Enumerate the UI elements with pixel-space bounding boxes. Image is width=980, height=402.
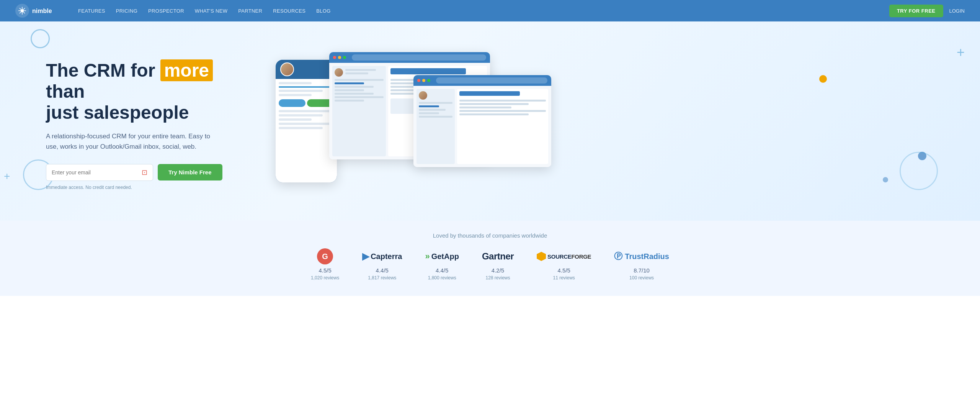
getapp-logo: » GetApp [425,249,459,263]
heading-before: The CRM for [46,60,160,80]
gartner-reviews: 128 reviews [485,275,510,281]
heading-after: thanjust salespeople [46,81,189,123]
phone-screenshot [276,60,337,182]
phone-buttons [279,99,334,107]
gartner-logo: Gartner [482,249,514,263]
browser-dot-2-green [427,79,430,82]
browser-bar [329,52,490,63]
g2-logo: G [317,249,333,263]
email-input[interactable] [52,169,139,176]
rating-capterra: ▶ Capterra 4.4/5 1,817 reviews [362,249,402,281]
form-note: Immediate access. No credit card needed. [46,185,253,190]
browser-dot-yellow [338,56,341,59]
phone-btn-1 [279,99,305,107]
sourceforge-logo: SOURCEFORGE [537,249,591,263]
nav-partner[interactable]: PARTNER [238,8,262,14]
gartner-text: Gartner [482,251,514,262]
nav-prospector[interactable]: PROSPECTOR [148,8,184,14]
browser-sidebar-2 [416,89,455,164]
nav-pricing[interactable]: PRICING [116,8,137,14]
capterra-reviews: 1,817 reviews [368,275,396,281]
rating-gartner: Gartner 4.2/5 128 reviews [482,249,514,281]
phone-line-8 [279,123,331,125]
nav-right: TRY FOR FREE LOGIN [889,5,965,17]
getapp-score: 4.4/5 [436,267,448,274]
phone-line-3 [279,90,323,92]
phone-line-1 [279,82,312,84]
phone-line-7 [279,118,312,121]
capterra-text: Capterra [371,252,402,261]
hero-section: + + The CRM for more thanjust salespeopl… [0,21,980,221]
capterra-logo: ▶ Capterra [362,249,402,263]
nav-login-button[interactable]: LOGIN [949,8,965,14]
deco-circle-tl [31,29,50,48]
browser-dot-2-yellow [422,79,425,82]
browser-screenshot-secondary [413,75,551,167]
hero-heading: The CRM for more thanjust salespeople [46,60,253,123]
g2-score: 4.5/5 [318,267,331,274]
hero-subheading: A relationship-focused CRM for your enti… [46,131,222,152]
phone-header [276,60,337,79]
svg-text:nimble: nimble [32,8,52,14]
loved-text: Loved by thousands of companies worldwid… [15,232,965,239]
nav-blog[interactable]: BLOG [316,8,330,14]
gartner-score: 4.2/5 [492,267,504,274]
rating-sourceforge: SOURCEFORGE 4.5/5 11 reviews [537,249,591,281]
getapp-reviews: 1,800 reviews [428,275,456,281]
navbar: nimble FEATURES PRICING PROSPECTOR WHAT'… [0,0,980,21]
phone-line-5 [279,110,331,112]
deco-plus-bl: + [4,170,10,182]
trustradius-text: TrustRadius [625,252,669,261]
nav-resources[interactable]: RESOURCES [273,8,305,14]
loved-section: Loved by thousands of companies worldwid… [0,221,980,296]
g2-reviews: 1,020 reviews [311,275,339,281]
ratings-row: G 4.5/5 1,020 reviews ▶ Capterra 4.4/5 1… [15,249,965,281]
trustradius-logo: Ⓟ TrustRadius [614,249,669,263]
email-form: ⊡ Try Nimble Free [46,164,253,181]
browser-content-2 [413,86,551,167]
heading-highlight: more [160,59,213,81]
browser-dot-green [343,56,346,59]
nav-whats-new[interactable]: WHAT'S NEW [195,8,227,14]
browser-dot-2-red [417,79,420,82]
trustradius-icon: Ⓟ [614,251,622,262]
email-input-wrapper[interactable]: ⊡ [46,164,153,181]
trustradius-reviews: 100 reviews [629,275,654,281]
phone-body [276,79,337,182]
nav-features[interactable]: FEATURES [78,8,105,14]
rating-trustradius: Ⓟ TrustRadius 8.7/10 100 reviews [614,249,669,281]
nav-links: FEATURES PRICING PROSPECTOR WHAT'S NEW P… [78,8,889,14]
capterra-icon: ▶ [362,251,369,262]
sourceforge-score: 4.5/5 [558,267,570,274]
browser-sidebar [332,66,386,156]
nav-try-free-button[interactable]: TRY FOR FREE [889,5,943,17]
sourceforge-text: SOURCEFORGE [547,253,591,260]
email-icon: ⊡ [142,168,147,177]
browser-main-content-2 [457,89,548,164]
try-nimble-free-button[interactable]: Try Nimble Free [158,164,222,180]
deco-plus-tr: + [957,44,965,61]
phone-line-4 [279,94,312,96]
rating-getapp: » GetApp 4.4/5 1,800 reviews [425,249,459,281]
screenshot-container [268,44,949,205]
hero-left: The CRM for more thanjust salespeople A … [46,60,253,190]
phone-line-9 [279,127,323,129]
getapp-icon: » [425,251,430,261]
sourceforge-reviews: 11 reviews [553,275,575,281]
rating-g2: G 4.5/5 1,020 reviews [311,249,339,281]
browser-dot-red [333,56,336,59]
getapp-text: GetApp [431,252,459,261]
phone-avatar [280,62,294,76]
browser-bar-2 [413,75,551,86]
g2-icon: G [317,248,333,264]
phone-line-6 [279,114,323,116]
hero-right [268,44,949,205]
trustradius-score: 8.7/10 [634,267,650,274]
capterra-score: 4.4/5 [376,267,389,274]
sourceforge-icon [537,252,546,261]
logo[interactable]: nimble [15,4,63,18]
svg-point-5 [21,9,24,12]
phone-line-2 [279,86,331,88]
